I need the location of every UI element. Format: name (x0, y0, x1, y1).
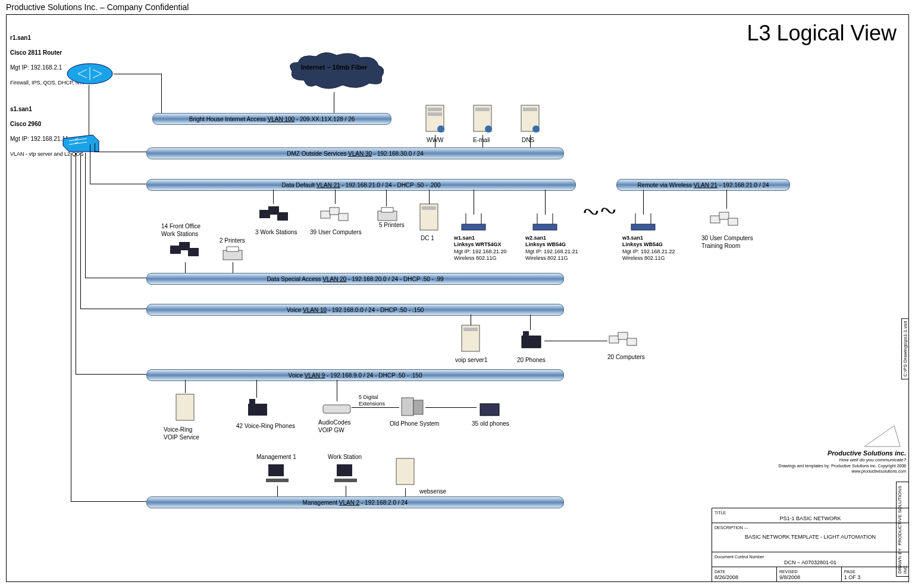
logo-area: Productive Solutions inc. How well do yo… (751, 420, 906, 474)
tb-desc: DESCRIPTION ---BASIC NETWORK TEMPLATE - … (712, 523, 908, 552)
svg-rect-6 (475, 108, 490, 111)
mgmt1-icon (262, 462, 292, 486)
tb-dates: DATE8/26/2008 REVISED9/8/2008 PAGE1 OF 3 (712, 567, 908, 581)
server-dns-label: DNS (522, 137, 534, 144)
w2-label: w2.san1Linksys WB54GMgt IP: 192.168.21.2… (525, 235, 578, 262)
logo-credit: Drawings and templates by: Productive So… (779, 464, 906, 474)
workstations-3-icon (256, 204, 292, 228)
svg-rect-41 (523, 331, 529, 338)
ph42-label: 42 Voice-Ring Phones (236, 423, 295, 430)
svg-rect-15 (227, 247, 239, 251)
vlan-9-pipe: Voice VLAN 9 - 192.168.9.0 / 24 - DHCP .… (146, 369, 564, 381)
conn-s1-v10 (80, 153, 81, 309)
p5-label: 5 Printers (379, 222, 405, 229)
vlan-20-label: Data Special Access VLAN 20 - 192.168.20… (267, 276, 443, 282)
uc30-label: 30 User Computers Training Room (701, 235, 753, 250)
voicering-label: Voice-Ring VOIP Service (164, 426, 199, 441)
svg-rect-56 (396, 458, 414, 485)
workstation-icon (331, 462, 361, 486)
vlan-10-label: Voice VLAN 10 - 192.168.0.0 / 24 - DHCP … (287, 307, 424, 313)
side-path: C:\PS Drawings\ps1-1.vsd (901, 318, 909, 379)
svg-rect-48 (323, 405, 350, 413)
conn-s1-v9 (76, 153, 76, 374)
wireless-link-icon: ∿∿ (578, 203, 618, 220)
ph20-label: 20 Phones (517, 357, 546, 364)
switch-icon (60, 134, 102, 153)
switch-name: s1.san1 (10, 106, 32, 112)
svg-rect-49 (402, 398, 413, 416)
vlan-30-pipe: DMZ Outside Services VLAN 30 - 192.168.3… (146, 147, 564, 159)
svg-rect-21 (339, 213, 348, 221)
svg-rect-20 (330, 207, 339, 215)
router-name: r1.san1 (10, 34, 31, 41)
conn-s1-v30 (95, 143, 95, 152)
phones-20-icon (518, 330, 544, 350)
voicering-icon (173, 393, 197, 424)
title-block: TITLEPS1-1 BASIC NETWORK DESCRIPTION ---… (712, 508, 908, 581)
vlan-21r-pipe: Remote via Wireless VLAN 21 - 192.168.21… (616, 179, 790, 191)
logo-tag: How well do you communicate? (839, 457, 907, 463)
router-model: Cisco 2811 Router (10, 49, 62, 56)
d-p2 (233, 262, 233, 273)
d-ph20 (530, 315, 531, 330)
svg-rect-13 (188, 248, 199, 256)
d-dc1 (429, 190, 430, 204)
svg-rect-23 (381, 207, 393, 212)
header-confidential: Productive Solutions Inc. – Company Conf… (6, 2, 189, 12)
voipserver-icon (459, 324, 482, 355)
websense-icon (393, 457, 417, 488)
vlan-100-pipe: Bright House Internet Access VLAN 100 - … (152, 113, 391, 125)
svg-rect-3 (428, 112, 442, 116)
svg-rect-25 (422, 206, 436, 210)
vlan-2-pipe: Management VLAN 2 - 192.168.2.0 / 24 (146, 496, 564, 508)
svg-rect-19 (321, 211, 330, 218)
tb-dcn: Document Control NumberDCN – A07032801-0… (712, 552, 908, 567)
svg-rect-36 (719, 212, 729, 219)
page-border: L3 Logical View r1.san1 Cisco 2811 Route… (6, 14, 909, 582)
vlan-2-label: Management VLAN 2 - 192.168.2.0 / 24 (303, 499, 408, 506)
page-title: L3 Logical View (747, 21, 897, 46)
router-icon (66, 62, 114, 85)
svg-rect-53 (266, 479, 289, 482)
d-ws (346, 486, 346, 498)
svg-rect-42 (609, 336, 619, 343)
h-v20 (85, 278, 148, 278)
svg-point-4 (437, 125, 444, 133)
c-email (482, 135, 483, 148)
d-p5 (386, 190, 387, 206)
c-www (435, 135, 435, 148)
ph35-label: 35 old phones (472, 420, 509, 428)
cloud-label: Internet – 10mb Fiber (301, 64, 367, 72)
ext5-label: 5 Digital Extensions (359, 394, 385, 408)
websense-label: websense (419, 488, 446, 496)
d-w2 (545, 190, 546, 215)
d-wk14 (185, 262, 186, 273)
d-uc30 (726, 190, 727, 209)
svg-point-7 (485, 125, 492, 133)
uc39-label: 39 User Computers (310, 229, 362, 237)
conn-cloud-v100 (334, 92, 334, 114)
w1-label: w1.san1Linksys WRT54GXMgt IP: 192.168.21… (454, 235, 507, 262)
svg-rect-9 (523, 108, 537, 111)
svg-rect-39 (463, 328, 478, 331)
oldphonesys-label: Old Phone System (390, 420, 439, 428)
oldphonesys-icon (399, 395, 425, 418)
d-vr (185, 380, 186, 393)
svg-rect-26 (462, 224, 485, 230)
d-w1 (474, 190, 474, 215)
conn-r1-v100b (161, 74, 162, 113)
svg-rect-35 (710, 216, 720, 223)
switch-model: Cisco 2960 (10, 121, 41, 127)
svg-rect-44 (627, 338, 637, 345)
server-email-label: E-mail (473, 137, 490, 144)
logo-brand: Productive Solutions inc. (828, 449, 906, 457)
h-ac-old (352, 407, 399, 408)
d-w3 (643, 190, 644, 215)
h-old-ph35 (425, 407, 477, 408)
svg-rect-2 (428, 108, 442, 111)
h-v30 (95, 152, 148, 152)
conn-r1-v100 (114, 74, 161, 74)
c-dns (530, 135, 531, 148)
h-v10 (80, 309, 148, 309)
router-mgmt: Mgt IP: 192.168.2.1 (10, 64, 62, 71)
